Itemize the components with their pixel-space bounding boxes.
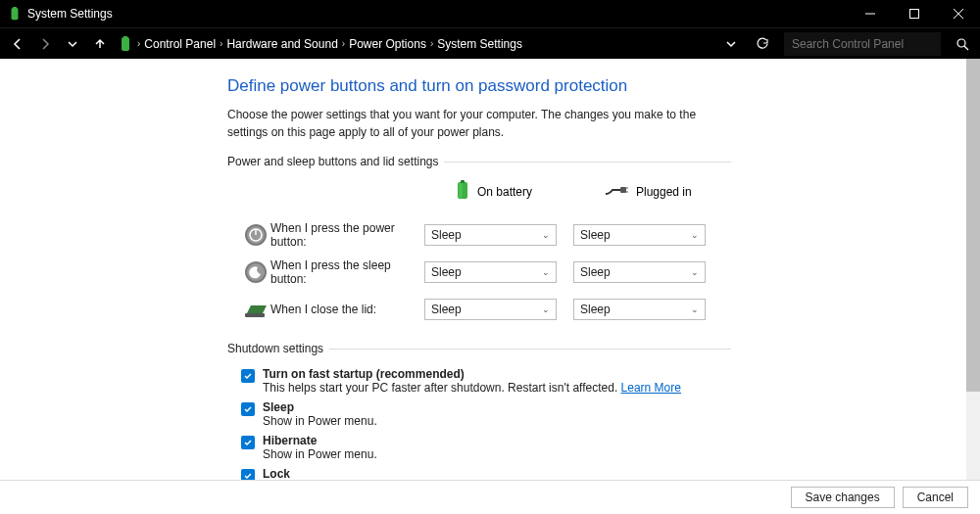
window-title: System Settings [27, 7, 113, 21]
footer: Save changes Cancel [0, 480, 980, 514]
svg-rect-0 [12, 8, 19, 20]
svg-rect-1 [13, 7, 17, 9]
sleep-checkbox[interactable] [241, 402, 255, 416]
save-button[interactable]: Save changes [791, 487, 895, 508]
sleep-button-plugged-select[interactable]: Sleep⌄ [573, 261, 706, 283]
svg-line-9 [964, 46, 968, 50]
power-button-row: When I press the power button: Sleep⌄ Sl… [241, 216, 731, 254]
scrollbar-thumb[interactable] [966, 59, 980, 392]
chevron-down-icon: ⌄ [691, 230, 699, 240]
cancel-button[interactable]: Cancel [903, 487, 968, 508]
sleep-option: Sleep Show in Power menu. [241, 400, 731, 428]
forward-button[interactable] [35, 37, 55, 51]
svg-rect-22 [245, 313, 265, 317]
battery-icon [456, 180, 469, 203]
power-button-battery-select[interactable]: Sleep⌄ [424, 224, 557, 246]
chevron-right-icon: › [430, 38, 433, 49]
fast-startup-checkbox[interactable] [241, 369, 255, 383]
plugged-in-label: Plugged in [636, 185, 692, 199]
hibernate-sub: Show in Power menu. [263, 447, 377, 461]
lid-battery-select[interactable]: Sleep⌄ [424, 299, 557, 320]
hibernate-checkbox[interactable] [241, 436, 255, 449]
section-header-buttons: Power and sleep buttons and lid settings [227, 155, 731, 168]
learn-more-link[interactable]: Learn More [621, 381, 681, 395]
chevron-down-icon: ⌄ [542, 230, 550, 240]
svg-rect-6 [122, 37, 129, 51]
maximize-button[interactable] [892, 0, 936, 27]
lock-checkbox[interactable] [241, 469, 255, 480]
sleep-button-icon [241, 260, 270, 284]
lid-plugged-select[interactable]: Sleep⌄ [573, 299, 706, 320]
app-icon [8, 7, 22, 21]
sleep-button-row: When I press the sleep button: Sleep⌄ Sl… [241, 254, 731, 291]
power-button-icon [241, 223, 270, 247]
breadcrumb[interactable]: › Control Panel › Hardware and Sound › P… [118, 36, 713, 52]
lid-label: When I close the lid: [270, 303, 424, 316]
chevron-right-icon: › [137, 38, 140, 49]
lock-title: Lock [263, 467, 423, 480]
plug-icon [605, 184, 628, 199]
breadcrumb-item[interactable]: Control Panel [144, 37, 216, 51]
sleep-button-battery-select[interactable]: Sleep⌄ [424, 261, 557, 283]
lid-row: When I close the lid: Sleep⌄ Sleep⌄ [241, 291, 731, 328]
svg-rect-13 [620, 187, 626, 193]
shutdown-settings-list: Turn on fast startup (recommended) This … [241, 367, 731, 480]
fast-startup-title: Turn on fast startup (recommended) [263, 367, 681, 381]
scrollbar[interactable] [966, 59, 980, 480]
breadcrumb-item[interactable]: Power Options [349, 37, 426, 51]
sleep-title: Sleep [263, 400, 377, 414]
recent-button[interactable] [63, 39, 82, 49]
page-description: Choose the power settings that you want … [227, 106, 727, 141]
search-icon[interactable] [953, 37, 972, 51]
refresh-button[interactable] [753, 37, 772, 51]
hibernate-option: Hibernate Show in Power menu. [241, 434, 731, 461]
navbar: › Control Panel › Hardware and Sound › P… [0, 27, 980, 59]
power-button-label: When I press the power button: [270, 221, 424, 249]
battery-icon [118, 36, 133, 52]
chevron-right-icon: › [342, 38, 345, 49]
dropdown-breadcrumb-button[interactable] [721, 39, 741, 49]
close-button[interactable] [936, 0, 980, 27]
power-button-plugged-select[interactable]: Sleep⌄ [573, 224, 706, 246]
svg-rect-3 [909, 10, 918, 19]
chevron-down-icon: ⌄ [691, 304, 699, 314]
search-input[interactable] [784, 32, 941, 56]
titlebar: System Settings [0, 0, 980, 27]
sleep-button-label: When I press the sleep button: [270, 258, 424, 286]
hibernate-title: Hibernate [263, 434, 377, 447]
breadcrumb-item[interactable]: Hardware and Sound [226, 37, 337, 51]
page-heading: Define power buttons and turn on passwor… [227, 76, 731, 96]
svg-rect-12 [459, 183, 463, 198]
svg-rect-7 [123, 36, 127, 38]
chevron-right-icon: › [220, 38, 222, 49]
section-header-shutdown: Shutdown settings [227, 342, 731, 355]
chevron-down-icon: ⌄ [691, 267, 699, 277]
content-area: Define power buttons and turn on passwor… [0, 59, 980, 480]
chevron-down-icon: ⌄ [542, 267, 550, 277]
back-button[interactable] [8, 37, 27, 51]
svg-point-8 [957, 39, 965, 47]
chevron-down-icon: ⌄ [542, 304, 550, 314]
lock-option: Lock Show in account picture menu. [241, 467, 731, 480]
fast-startup-sub: This helps start your PC faster after sh… [263, 381, 681, 395]
svg-rect-11 [461, 180, 465, 183]
sleep-sub: Show in Power menu. [263, 414, 377, 428]
fast-startup-option: Turn on fast startup (recommended) This … [241, 367, 731, 395]
on-battery-label: On battery [477, 185, 532, 199]
power-table: On battery Plugged in When I press the p… [241, 180, 731, 328]
minimize-button[interactable] [848, 0, 892, 27]
breadcrumb-item[interactable]: System Settings [437, 37, 522, 51]
up-button[interactable] [90, 37, 110, 51]
laptop-lid-icon [241, 300, 270, 319]
